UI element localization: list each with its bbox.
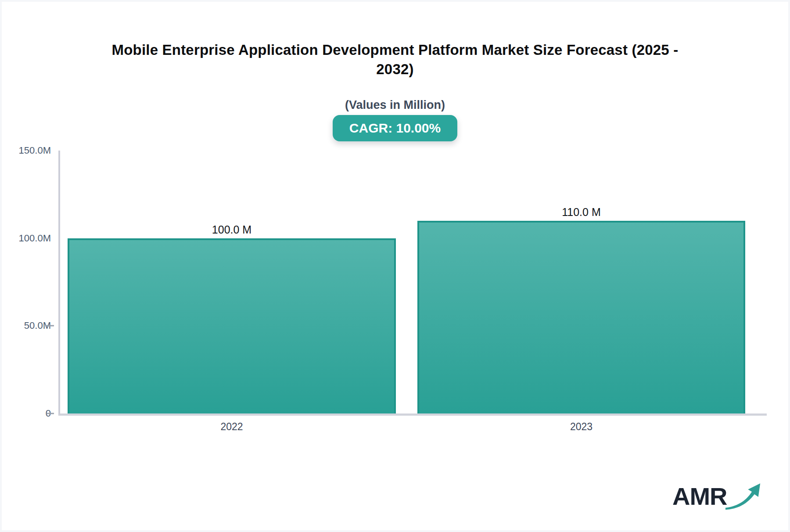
chart-title-line1: Mobile Enterprise Application Developmen…: [0, 40, 790, 60]
growth-arrow-icon: [724, 478, 763, 513]
bar-2023[interactable]: 110.0 M: [417, 221, 745, 413]
x-axis-label-2022: 2022: [68, 421, 396, 433]
chart-subtitle: (Values in Million): [0, 98, 790, 112]
x-axis-label-2023: 2023: [417, 421, 745, 433]
chart-title-line2: 2032): [0, 60, 790, 79]
y-axis-tick-label: 100.0M: [2, 233, 51, 244]
bar-value-label: 100.0 M: [69, 223, 394, 236]
amr-logo-text: AMR: [672, 482, 727, 510]
plot-area: 150.0M 100.0M 50.0M 0 100.0 M 110.0 M 20…: [58, 151, 767, 416]
cagr-badge: CAGR: 10.00%: [333, 115, 457, 141]
y-axis-tick-label: 50.0M: [2, 320, 51, 331]
bar-2022[interactable]: 100.0 M: [68, 238, 396, 413]
y-axis-tick-mark: [47, 325, 54, 327]
chart-title: Mobile Enterprise Application Developmen…: [0, 40, 790, 79]
y-axis-tick-label: 0: [2, 408, 51, 419]
amr-logo: AMR: [672, 481, 760, 516]
y-axis-tick-label: 150.0M: [2, 145, 51, 156]
bar-value-label: 110.0 M: [419, 206, 743, 219]
y-axis-tick-mark: [47, 413, 54, 414]
chart-header: Mobile Enterprise Application Developmen…: [0, 0, 790, 141]
